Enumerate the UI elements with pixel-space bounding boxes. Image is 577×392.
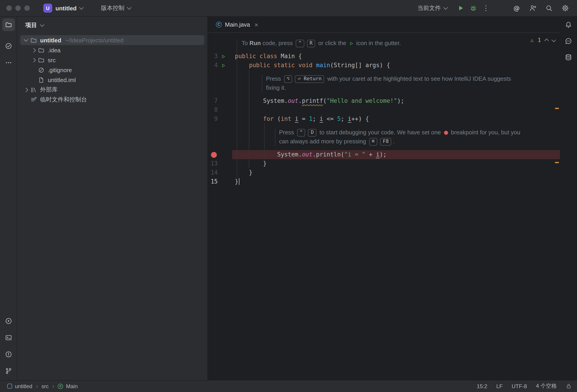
- code-line-4[interactable]: 4 public static void main(String[] args)…: [208, 61, 560, 70]
- line-number[interactable]: 15: [208, 177, 218, 186]
- indent-style[interactable]: 4 个空格: [536, 382, 557, 390]
- file-encoding[interactable]: UTF-8: [512, 383, 527, 389]
- keycap: ⌘: [369, 138, 377, 145]
- commit-icon: [5, 42, 12, 50]
- gear-icon: [562, 4, 569, 12]
- java-class-icon: C: [216, 22, 222, 28]
- tool-button-more[interactable]: [2, 56, 15, 69]
- tool-button-notifications[interactable]: [562, 18, 575, 31]
- previous-problem-icon[interactable]: [544, 38, 549, 43]
- search-everywhere-button[interactable]: [543, 2, 555, 14]
- caret-position[interactable]: 15:2: [477, 383, 487, 389]
- line-number[interactable]: 7: [208, 97, 218, 106]
- zoom-window-button[interactable]: [24, 5, 30, 11]
- code-line-breakpoint[interactable]: System.out.println("i = " + i);: [208, 150, 560, 159]
- tree-item--idea[interactable]: .idea: [20, 45, 204, 55]
- line-number[interactable]: 8: [208, 106, 218, 114]
- breadcrumb-label: untitled: [15, 383, 32, 389]
- close-window-button[interactable]: [6, 5, 12, 11]
- line-number[interactable]: 9: [208, 114, 218, 124]
- editor-body[interactable]: ⚠ 1 To Run code, press ^R or click the i…: [208, 33, 560, 380]
- settings-button[interactable]: [559, 2, 572, 14]
- scrollbar-warning-mark[interactable]: [555, 162, 559, 163]
- tree-item--[interactable]: 外部库: [20, 85, 204, 95]
- status-bar: untitled›src›CMain 15:2 LF UTF-8 4 个空格: [0, 380, 577, 392]
- run-icon: [457, 4, 464, 12]
- breakpoint-icon[interactable]: [211, 152, 217, 158]
- breadcrumb-item-untitled[interactable]: untitled: [7, 383, 32, 389]
- vcs-widget[interactable]: 版本控制: [98, 3, 133, 13]
- tab-main-java[interactable]: C Main.java ×: [212, 16, 263, 33]
- chevron-right-icon[interactable]: [31, 58, 36, 62]
- tool-button-problems[interactable]: [2, 348, 15, 360]
- minimize-window-button[interactable]: [15, 5, 21, 11]
- breadcrumb-label: Main: [66, 383, 78, 389]
- code-line-14[interactable]: 14 }: [208, 168, 560, 177]
- right-tool-strip: [560, 17, 577, 380]
- tool-button-project[interactable]: [2, 18, 15, 31]
- code-line-15[interactable]: 15}: [208, 177, 560, 186]
- code-line-8[interactable]: 8: [208, 106, 560, 114]
- indent-guide: [275, 128, 275, 146]
- tree-item--[interactable]: 临时文件和控制台: [20, 95, 204, 105]
- next-problem-icon[interactable]: [551, 37, 556, 42]
- project-widget[interactable]: U untitled: [40, 2, 86, 14]
- lock-icon[interactable]: [566, 383, 572, 389]
- scrollbar-warning-mark[interactable]: [555, 108, 559, 109]
- line-number[interactable]: 3: [208, 52, 218, 61]
- run-line-icon[interactable]: [218, 52, 229, 61]
- tool-button-run[interactable]: [2, 315, 15, 327]
- inline-hint: Press ⌥⏎ Return with your caret at the h…: [266, 74, 560, 92]
- ai-assistant-button[interactable]: @: [510, 2, 523, 14]
- editor-tab-bar: C Main.java ×: [208, 17, 560, 33]
- breadcrumb-item-main[interactable]: CMain: [58, 383, 78, 389]
- file-icon: [37, 76, 45, 83]
- inline-hint: To Run code, press ^R or click the icon …: [242, 39, 560, 48]
- tool-button-terminal[interactable]: [2, 331, 15, 344]
- code-line-3[interactable]: 3public class Main {: [208, 52, 560, 61]
- code-line-9[interactable]: 9 for (int i = 1; i <= 5; i++) {: [208, 114, 560, 124]
- breadcrumb-label: src: [41, 383, 49, 389]
- project-panel-header[interactable]: 项目: [17, 17, 207, 34]
- tool-button-commit[interactable]: [2, 40, 15, 52]
- chevron-right-icon[interactable]: [24, 87, 28, 92]
- inline-hint-line: Press ⌥⏎ Return with your caret at the h…: [266, 74, 560, 83]
- tool-button-ai-assistant[interactable]: [562, 35, 575, 47]
- close-tab-icon[interactable]: ×: [254, 21, 258, 28]
- debug-button[interactable]: [467, 2, 480, 14]
- breakpoint-dot-icon: [444, 131, 448, 135]
- inspections-widget[interactable]: ⚠ 1: [530, 37, 555, 43]
- run-configuration-selector[interactable]: 当前文件: [416, 3, 449, 13]
- gutter: 8: [208, 106, 235, 114]
- line-number[interactable]: 4: [208, 61, 218, 70]
- more-run-options-button[interactable]: ⋮: [480, 2, 492, 14]
- code-text: public class Main {: [235, 52, 302, 61]
- tree-item-untitled-iml[interactable]: untitled.iml: [20, 75, 204, 85]
- indent-guide: [262, 74, 262, 92]
- status-bar-right: 15:2 LF UTF-8 4 个空格: [477, 382, 572, 390]
- tree-item-label: .idea: [48, 47, 60, 53]
- inline-hint-line: Press ^D to start debugging your code. W…: [279, 128, 560, 137]
- line-number[interactable]: 14: [208, 168, 218, 177]
- code-line-7[interactable]: 7 System.out.printf("Hello and welcome!"…: [208, 97, 560, 106]
- breadcrumb-item-src[interactable]: src: [41, 383, 49, 389]
- inline-hint-line: can always add more by pressing ⌘F8.: [279, 137, 560, 146]
- tool-button-version-control[interactable]: [2, 364, 15, 377]
- gutter: 7: [208, 97, 235, 106]
- chevron-down-icon[interactable]: [24, 37, 28, 42]
- tree-item-src[interactable]: src: [20, 55, 204, 65]
- code-line-13[interactable]: 13 }: [208, 159, 560, 168]
- run-button[interactable]: [454, 2, 467, 14]
- line-separator[interactable]: LF: [496, 383, 503, 389]
- tree-item-untitled[interactable]: untitled~/IdeaProjects/untitled: [20, 35, 204, 45]
- chevron-right-icon[interactable]: [31, 48, 36, 52]
- tree-item--gitignore[interactable]: .gitignore: [20, 65, 204, 75]
- warning-count: 1: [538, 37, 541, 43]
- left-tool-strip: [0, 17, 17, 380]
- line-number[interactable]: 13: [208, 159, 218, 168]
- code-with-me-button[interactable]: [527, 2, 539, 14]
- run-line-icon[interactable]: [218, 61, 229, 70]
- keycap: F8: [380, 138, 392, 145]
- inline-hint: Press ^D to start debugging your code. W…: [279, 128, 560, 146]
- tool-button-database[interactable]: [562, 51, 575, 64]
